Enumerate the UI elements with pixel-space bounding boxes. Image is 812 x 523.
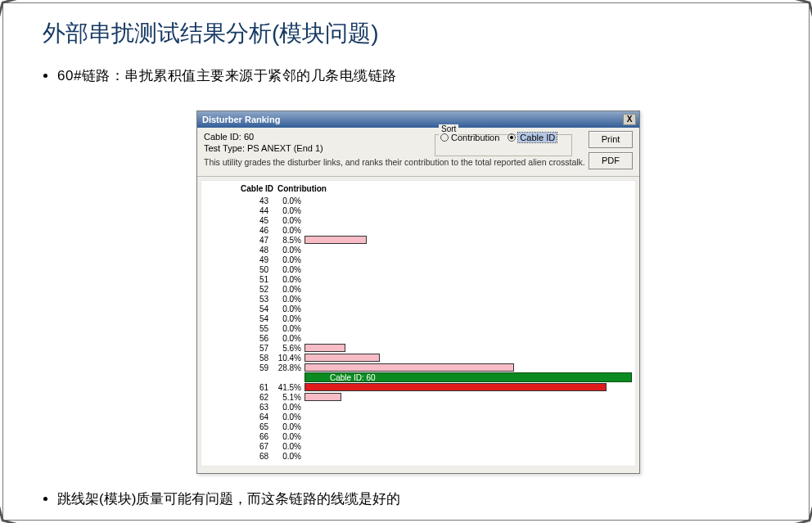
chart-row: 650.0% [201, 422, 632, 431]
chart-row: 660.0% [201, 431, 632, 441]
dialog-title: Disturber Ranking [202, 115, 623, 124]
chart-row: 530.0% [201, 294, 632, 304]
bullet-2: 跳线架(模块)质量可能有问题，而这条链路的线缆是好的 [57, 489, 763, 508]
chart-row: 680.0% [201, 451, 632, 461]
chart-row: 640.0% [201, 412, 632, 422]
disturber-ranking-dialog: Disturber Ranking X Cable ID: 60 Test Ty… [196, 110, 640, 474]
dialog-titlebar[interactable]: Disturber Ranking X [197, 111, 639, 128]
chart-row: 540.0% [201, 304, 632, 313]
corner-decoration [2, 502, 21, 521]
chart-row: 460.0% [201, 225, 632, 235]
chart-row: 430.0% [201, 196, 632, 205]
print-button[interactable]: Print [589, 131, 633, 148]
close-icon[interactable]: X [623, 114, 636, 125]
corner-decoration [791, 502, 810, 521]
dialog-description: This utility grades the disturber links,… [204, 157, 585, 167]
chart-row: 670.0% [201, 441, 632, 451]
ranking-chart: Cable ID Contribution 430.0%440.0%450.0%… [201, 180, 636, 467]
sort-group: Sort Contribution Cable ID [435, 130, 572, 156]
sort-legend: Sort [439, 124, 458, 133]
col-cableid: Cable ID [201, 184, 273, 193]
sort-cableid-radio[interactable]: Cable ID [508, 133, 557, 142]
chart-row: 5928.8% [201, 363, 632, 372]
dialog-header: Cable ID: 60 Test Type: PS ANEXT (End 1)… [197, 128, 639, 177]
corner-decoration [2, 2, 21, 21]
chart-row: 550.0% [201, 323, 632, 333]
highlight-row: Cable ID: 60 [201, 372, 632, 382]
chart-row: 625.1% [201, 392, 632, 402]
pdf-button[interactable]: PDF [589, 152, 633, 169]
bullet-list-2: 跳线架(模块)质量可能有问题，而这条链路的线缆是好的 [43, 489, 763, 508]
chart-row: 510.0% [201, 274, 632, 284]
chart-row: 500.0% [201, 264, 632, 274]
slide-title: 外部串扰测试结果分析(模块问题) [43, 18, 379, 49]
test-type-label: Test Type: PS ANEXT (End 1) [204, 142, 323, 154]
chart-row: 480.0% [201, 245, 632, 255]
chart-row: 630.0% [201, 402, 632, 412]
chart-row: 440.0% [201, 205, 632, 215]
corner-decoration [791, 2, 810, 21]
col-contribution: Contribution [273, 184, 331, 193]
bullet-1: 60#链路：串扰累积值主要来源于紧邻的几条电缆链路 [57, 65, 763, 87]
chart-row: 520.0% [201, 284, 632, 294]
chart-row: 540.0% [201, 313, 632, 323]
sort-contribution-radio[interactable]: Contribution [440, 133, 499, 142]
cable-id-label: Cable ID: 60 [204, 131, 323, 142]
chart-row: 450.0% [201, 215, 632, 225]
highlight-label: Cable ID: 60 [305, 373, 376, 382]
chart-row: 490.0% [201, 255, 632, 264]
chart-row: 575.6% [201, 343, 632, 353]
chart-row: 478.5% [201, 235, 632, 245]
bullet-list: 60#链路：串扰累积值主要来源于紧邻的几条电缆链路 [43, 65, 763, 93]
chart-row: 560.0% [201, 333, 632, 343]
header-labels: Cable ID: 60 Test Type: PS ANEXT (End 1) [204, 131, 323, 154]
chart-row: 5810.4% [201, 353, 632, 363]
chart-row: 6141.5% [201, 382, 632, 392]
